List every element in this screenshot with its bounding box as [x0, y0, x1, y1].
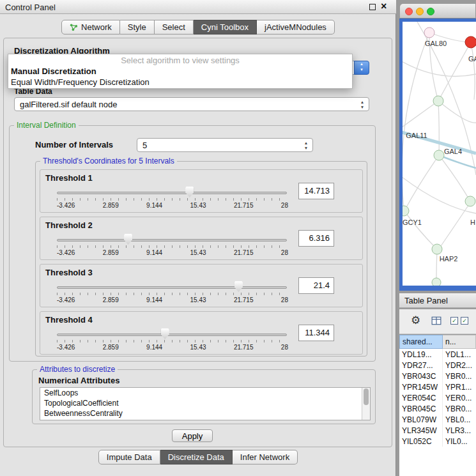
- threshold-value-field[interactable]: 14.713: [298, 183, 334, 199]
- arrow-down-icon: ▼: [303, 146, 309, 151]
- column-header-name[interactable]: n...: [443, 335, 476, 349]
- network-node[interactable]: [424, 27, 434, 38]
- slider-track[interactable]: [57, 192, 287, 194]
- scale-tick-label: 2.859: [103, 344, 119, 351]
- scale-tick-label: -3.426: [57, 344, 75, 351]
- numerical-attributes-list[interactable]: SelfLoopsTopologicalCoefficientBetweenne…: [40, 387, 371, 420]
- table-row[interactable]: YDR27...YDR2...: [399, 360, 476, 371]
- slider-thumb[interactable]: [124, 234, 132, 245]
- node-label: GA: [468, 55, 476, 63]
- column-header-shared-name[interactable]: shared...: [399, 335, 443, 349]
- table-row[interactable]: YLR345WYLR3...: [399, 425, 476, 436]
- number-of-intervals-combobox[interactable]: 5 ▲ ▼: [137, 138, 313, 152]
- check-icon: ✓: [462, 318, 467, 324]
- scale-tick-label: 9.144: [146, 202, 162, 209]
- node-label: GCY1: [403, 219, 422, 226]
- thresholds-group: Threshold 1 -3.4262.8599.14415.4321.7152…: [35, 161, 367, 357]
- algorithm-option[interactable]: Equal Width/Frequency Discretization: [8, 77, 352, 88]
- network-graph[interactable]: GAL80GAGAL11GAL4GCY1HHAP2: [403, 22, 476, 286]
- network-node[interactable]: [465, 36, 476, 48]
- number-of-intervals-label: Number of Intervals: [35, 140, 113, 150]
- tab-network[interactable]: Network: [61, 20, 120, 35]
- network-node[interactable]: [432, 244, 442, 254]
- node-label: H: [470, 219, 475, 226]
- scale-tick-label: 21.715: [234, 344, 254, 351]
- table-row[interactable]: YBR043CYBR0...: [399, 371, 476, 381]
- apply-button[interactable]: Apply: [172, 429, 213, 442]
- tab-label: Infer Network: [240, 452, 289, 462]
- tab-discretize-data[interactable]: Discretize Data: [160, 450, 233, 464]
- bottom-tab-bar: Impute DataDiscretize DataInfer Network: [0, 450, 396, 464]
- network-node[interactable]: [434, 150, 444, 160]
- tab-infer-network[interactable]: Infer Network: [233, 450, 298, 464]
- slider-thumb[interactable]: [185, 187, 194, 197]
- network-node[interactable]: [403, 206, 409, 216]
- slider-ticks: [57, 293, 287, 295]
- tab-impute-data[interactable]: Impute Data: [98, 450, 160, 464]
- slider-track[interactable]: [57, 334, 287, 336]
- tab-jactivemnodules[interactable]: jActiveMNodules: [257, 20, 335, 35]
- numerical-attributes-label: Numerical Attributes: [38, 376, 119, 385]
- slider-ticks: [57, 340, 287, 342]
- table-row[interactable]: YDL19...YDL1...: [399, 349, 476, 360]
- minimize-traffic-light-icon[interactable]: [416, 8, 424, 15]
- float-window-icon[interactable]: [369, 4, 376, 10]
- threshold-slider[interactable]: [57, 328, 287, 344]
- threshold-value-field[interactable]: 21.4: [298, 277, 334, 294]
- slider-thumb[interactable]: [161, 328, 169, 339]
- network-node[interactable]: [432, 278, 441, 286]
- attribute-item[interactable]: SelfLoops: [40, 388, 370, 398]
- network-canvas[interactable]: GAL80GAGAL11GAL4GCY1HHAP2: [403, 22, 476, 286]
- network-node[interactable]: [465, 196, 475, 206]
- checkbox-icon[interactable]: ✓: [450, 317, 458, 325]
- slider-scale: -3.4262.8599.14415.4321.71528: [57, 344, 288, 351]
- scale-tick-label: -3.426: [57, 296, 75, 303]
- checkbox-icon[interactable]: ✓: [461, 317, 468, 325]
- combobox-value: 5: [142, 141, 147, 150]
- close-icon[interactable]: ×: [381, 1, 387, 12]
- combobox-value: galFiltered.sif default node: [20, 100, 117, 109]
- threshold-slider[interactable]: [57, 187, 287, 202]
- scrollbar[interactable]: [362, 388, 370, 420]
- scale-tick-label: 2.859: [103, 202, 119, 209]
- popup-hint: Select algorithm to view settings: [8, 54, 352, 66]
- table-cell: YLR3...: [443, 425, 476, 436]
- threshold-slider[interactable]: [57, 234, 287, 249]
- network-window-titlebar[interactable]: [399, 3, 476, 19]
- algorithm-option[interactable]: Manual Discretization: [8, 66, 352, 77]
- combo-stepper-icon[interactable]: ▲ ▼: [354, 61, 369, 75]
- table-row[interactable]: YER054CYER0...: [399, 392, 476, 403]
- close-traffic-light-icon[interactable]: [405, 8, 413, 15]
- zoom-traffic-light-icon[interactable]: [427, 8, 434, 15]
- attribute-item[interactable]: TopologicalCoefficient: [40, 398, 370, 408]
- table-data-combobox[interactable]: galFiltered.sif default node ▲ ▼: [14, 97, 369, 111]
- network-node[interactable]: [433, 96, 443, 106]
- tab-style[interactable]: Style: [120, 20, 155, 35]
- node-label: GAL80: [425, 40, 447, 47]
- interval-definition-title: Interval Definition: [14, 121, 79, 130]
- table-cell: YDR2...: [443, 360, 476, 371]
- threshold-slider[interactable]: [57, 281, 287, 296]
- slider-track[interactable]: [57, 239, 287, 242]
- attribute-item[interactable]: BetweennessCentrality: [40, 408, 370, 418]
- tab-cyni-toolbox[interactable]: Cyni Toolbox: [194, 20, 257, 35]
- scrollbar-thumb[interactable]: [364, 388, 369, 405]
- slider-track[interactable]: [57, 286, 287, 289]
- algorithm-dropdown-popup: Select algorithm to view settings Manual…: [8, 54, 353, 89]
- table-row[interactable]: YPR145WYPR1...: [399, 381, 476, 392]
- gear-icon[interactable]: ⚙: [411, 314, 420, 327]
- arrow-up-icon: ▲: [355, 61, 369, 67]
- table-row[interactable]: YBL079WYBL0...: [399, 414, 476, 425]
- table-row[interactable]: YBR045CYBR0...: [399, 403, 476, 414]
- check-icon: ✓: [452, 318, 457, 324]
- tab-label: jActiveMNodules: [265, 22, 326, 32]
- tab-select[interactable]: Select: [155, 20, 194, 35]
- table-header-row: shared... n...: [399, 335, 476, 349]
- tab-label: Cyni Toolbox: [201, 22, 249, 32]
- threshold-value-field[interactable]: 11.344: [298, 325, 334, 341]
- network-view-window[interactable]: GAL80GAGAL11GAL4GCY1HHAP2: [399, 3, 476, 291]
- threshold-value-field[interactable]: 6.316: [298, 230, 334, 247]
- table-row[interactable]: YIL052CYIL0...: [399, 436, 476, 447]
- columns-icon[interactable]: [431, 316, 441, 325]
- slider-thumb[interactable]: [234, 281, 243, 292]
